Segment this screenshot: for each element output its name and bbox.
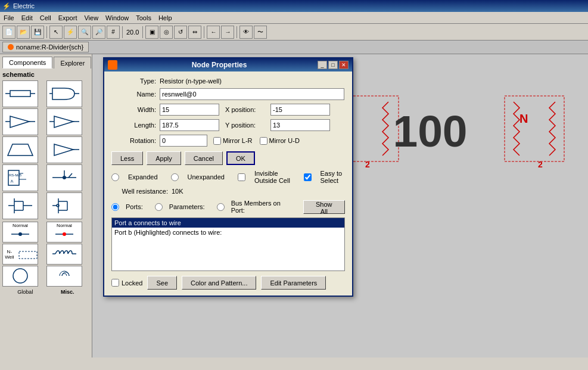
comp-nmos[interactable] [2, 192, 38, 219]
apply-button[interactable]: Apply [147, 151, 181, 165]
open-btn[interactable]: 📂 [17, 26, 30, 39]
expanded-radio[interactable] [111, 173, 119, 181]
tab-explorer[interactable]: Explorer [54, 57, 91, 69]
menu-view[interactable]: View [80, 13, 102, 23]
eye-btn[interactable]: 👁 [239, 26, 253, 39]
select-btn[interactable]: ↖ [49, 26, 63, 39]
bus-members-radio[interactable] [217, 203, 225, 211]
menu-file[interactable]: File [0, 13, 18, 23]
svg-rect-0 [10, 91, 30, 97]
grid-btn[interactable]: # [107, 26, 120, 39]
bottom-labels: Global Misc. [2, 288, 89, 296]
menu-window[interactable]: Window [102, 13, 132, 23]
comp-inductor[interactable] [46, 244, 82, 265]
sep5 [237, 26, 237, 38]
width-input[interactable] [160, 104, 219, 116]
maximize-btn[interactable]: □ [328, 61, 338, 69]
mirror-lr-checkbox[interactable] [213, 137, 221, 145]
rotation-input[interactable] [160, 135, 207, 147]
menu-cell[interactable]: Cell [36, 13, 55, 23]
invisible-label: Invisible Outside Cell [254, 170, 291, 184]
easy-select-label: Easy to Select [321, 170, 345, 184]
mirror-ud-checkbox[interactable] [260, 137, 267, 145]
menu-help[interactable]: Help [155, 13, 176, 23]
comp-arrow[interactable] [46, 136, 82, 163]
show-all-button[interactable]: Show All [303, 200, 345, 214]
comp-normal1[interactable]: Normal [2, 222, 38, 242]
close-btn[interactable]: ✕ [339, 61, 349, 69]
svg-text:2: 2 [538, 160, 543, 169]
tab-components[interactable]: Components [2, 57, 52, 69]
name-input[interactable] [160, 88, 344, 100]
port-list[interactable]: Port a connects to wire Port b (Highligh… [111, 217, 345, 271]
new-btn[interactable]: 📄 [2, 26, 15, 39]
locked-check: Locked [111, 279, 142, 287]
menu-export[interactable]: Export [55, 13, 81, 23]
length-label: Length: [111, 122, 156, 129]
mirror-btn[interactable]: ⇔ [188, 26, 201, 39]
zoom-in-btn[interactable]: 🔍 [78, 26, 91, 39]
toolbar: 📄 📂 💾 ↖ ⚡ 🔍 🔎 # 20.0 ▣ ◎ ↺ ⇔ ← → 👁 〜 [0, 24, 588, 41]
comp-triangle[interactable] [46, 108, 82, 135]
easy-select-checkbox[interactable] [304, 173, 312, 181]
svg-point-38 [63, 232, 66, 236]
length-input[interactable] [160, 119, 219, 131]
parameters-radio[interactable] [155, 203, 163, 211]
window-tab[interactable]: noname:R-Divider{sch} [2, 42, 89, 52]
save-btn[interactable]: 💾 [31, 26, 44, 39]
comp-pmos[interactable] [46, 192, 82, 219]
svg-marker-11 [8, 144, 33, 156]
ports-radio[interactable] [111, 203, 119, 211]
comp-connector[interactable] [46, 164, 82, 191]
comp-rs-ms[interactable]: RS-M/B JL [2, 164, 38, 191]
y-pos-label: Y position: [225, 122, 267, 129]
svg-text:JL: JL [10, 179, 14, 183]
button-row: Less Apply Cancel OK [111, 151, 345, 165]
bus-members-label: Bus Members on Port: [231, 200, 294, 214]
wire-btn[interactable]: ⚡ [64, 26, 77, 39]
comp-spiral[interactable] [46, 266, 82, 287]
left-panel: Components Explorer Lay... schematic [0, 54, 92, 357]
comp-circle[interactable] [2, 266, 38, 287]
comp-buffer[interactable] [2, 108, 38, 135]
x-pos-label: X position: [225, 106, 267, 113]
unexpanded-radio[interactable] [171, 173, 179, 181]
menu-edit[interactable]: Edit [18, 13, 36, 23]
comp-resistor[interactable] [2, 80, 38, 107]
less-button[interactable]: Less [111, 151, 143, 165]
color-pattern-button[interactable]: Color and Pattern... [182, 276, 256, 290]
rotate-btn[interactable]: ↺ [174, 26, 187, 39]
label-global: Global [17, 289, 33, 295]
dialog-title: Node Properties [192, 61, 247, 69]
locked-checkbox[interactable] [111, 279, 119, 287]
svg-marker-12 [54, 144, 73, 156]
component-btn[interactable]: ▣ [145, 26, 158, 39]
x-pos-input[interactable] [270, 104, 330, 116]
zoom-out-btn[interactable]: 🔎 [92, 26, 105, 39]
port-item-1[interactable]: Port b (Highlighted) connects to wire: [112, 228, 344, 237]
window-tab-icon [8, 44, 14, 50]
wave-btn[interactable]: 〜 [254, 26, 267, 39]
dialog-icon [108, 60, 117, 70]
comp-nwell[interactable]: N-Well [2, 244, 38, 265]
svg-rect-46 [505, 96, 564, 161]
svg-marker-8 [54, 116, 73, 128]
cancel-button[interactable]: Cancel [185, 151, 223, 165]
comp-trapezoid[interactable] [2, 136, 38, 163]
fwd-btn[interactable]: → [221, 26, 234, 39]
edit-params-button[interactable]: Edit Parameters [261, 276, 326, 290]
back-btn[interactable]: ← [207, 26, 220, 39]
ports-label: Ports: [126, 203, 143, 210]
minimize-btn[interactable]: _ [318, 61, 327, 69]
see-button[interactable]: See [147, 276, 177, 290]
y-pos-input[interactable] [270, 119, 330, 131]
comp-normal2[interactable]: Normal [46, 222, 82, 242]
invisible-checkbox[interactable] [238, 173, 245, 181]
menu-tools[interactable]: Tools [132, 13, 155, 23]
ok-button[interactable]: OK [226, 151, 255, 165]
arc-btn[interactable]: ◎ [160, 26, 173, 39]
node-properties-dialog: Node Properties _ □ ✕ Type: Resistor (n-… [103, 57, 353, 297]
port-item-0[interactable]: Port a connects to wire [112, 218, 344, 228]
comp-gate[interactable] [46, 80, 82, 107]
svg-text:N: N [519, 112, 528, 125]
